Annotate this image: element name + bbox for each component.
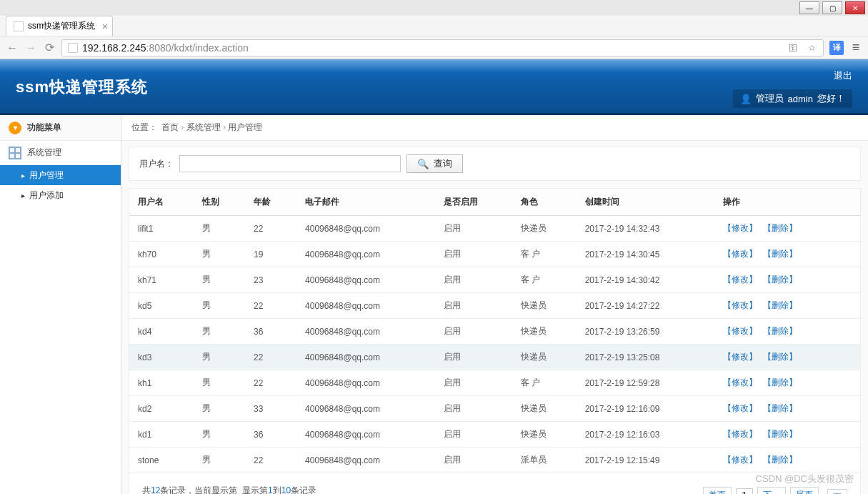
table-cell: 男	[194, 396, 245, 422]
sidebar-item-0[interactable]: ▸用户管理	[0, 165, 121, 185]
back-button[interactable]: ←	[6, 41, 19, 54]
edit-link[interactable]: 【修改】	[723, 377, 757, 387]
sidebar-item-1[interactable]: ▸用户添加	[0, 185, 121, 205]
table-header: 角色	[512, 189, 577, 216]
table-cell: 40096848@qq.com	[296, 448, 434, 473]
url-box[interactable]: 192.168.2.245:8080/kdxt/index.action ⚿ ☆	[61, 39, 824, 56]
delete-link[interactable]: 【删除】	[763, 403, 797, 413]
table-cell: 19	[245, 242, 296, 267]
search-icon: 🔍	[417, 159, 429, 169]
table-cell: 2017-2-19 12:16:03	[577, 422, 714, 448]
delete-link[interactable]: 【删除】	[763, 223, 797, 233]
browser-tab[interactable]: ssm快递管理系统 ×	[6, 16, 113, 36]
table-cell: 男	[194, 370, 245, 396]
delete-link[interactable]: 【删除】	[763, 455, 797, 465]
close-window-button[interactable]: ✕	[845, 1, 865, 14]
table-cell: 快递员	[512, 293, 577, 319]
table-cell: 启用	[435, 216, 512, 242]
translate-icon[interactable]: 译	[829, 41, 844, 55]
pager-first[interactable]: 首页	[703, 487, 732, 494]
table-cell: 启用	[435, 293, 512, 319]
table-cell: kh71	[129, 267, 194, 293]
delete-link[interactable]: 【删除】	[763, 275, 797, 285]
table-cell: 男	[194, 293, 245, 319]
table-cell: 派单员	[512, 448, 577, 473]
table-cell-ops: 【修改】【删除】	[714, 370, 860, 396]
edit-link[interactable]: 【修改】	[723, 326, 757, 336]
table-cell: kd3	[129, 345, 194, 370]
search-button[interactable]: 🔍 查询	[406, 154, 463, 173]
table-cell: 40096848@qq.com	[296, 396, 434, 422]
breadcrumb-link[interactable]: 首页	[161, 122, 179, 132]
table-cell: 40096848@qq.com	[296, 242, 434, 267]
star-icon[interactable]: ☆	[806, 42, 817, 54]
sidebar-section-label: 系统管理	[27, 147, 61, 159]
table-cell: stone	[129, 448, 194, 473]
logout-link[interactable]: 退出	[733, 69, 852, 82]
delete-link[interactable]: 【删除】	[763, 249, 797, 259]
table-cell-ops: 【修改】【删除】	[714, 448, 860, 473]
sidebar-section-system[interactable]: 系统管理	[0, 141, 121, 165]
edit-link[interactable]: 【修改】	[723, 429, 757, 439]
breadcrumb-link[interactable]: 用户管理	[228, 122, 262, 132]
maximize-button[interactable]: ▢	[822, 1, 842, 14]
table-cell: 22	[245, 370, 296, 396]
table-cell: lifit1	[129, 216, 194, 242]
minimize-button[interactable]: —	[799, 1, 819, 14]
menu-toggle-icon[interactable]: ▾	[9, 122, 21, 134]
table-cell: 快递员	[512, 319, 577, 345]
table-cell-ops: 【修改】【删除】	[714, 242, 860, 267]
edit-link[interactable]: 【修改】	[723, 455, 757, 465]
table-cell: 快递员	[512, 216, 577, 242]
table-cell: 2017-2-19 14:30:42	[577, 267, 714, 293]
edit-link[interactable]: 【修改】	[723, 223, 757, 233]
table-row: kh71男2340096848@qq.com启用客 户2017-2-19 14:…	[129, 267, 860, 293]
table-cell: 33	[245, 396, 296, 422]
table-cell: 男	[194, 319, 245, 345]
table-cell: 22	[245, 345, 296, 370]
table-cell: 启用	[435, 267, 512, 293]
table-cell: 启用	[435, 242, 512, 267]
table-header: 性别	[194, 189, 245, 216]
forward-button[interactable]: →	[24, 41, 37, 54]
table-header: 是否启用	[435, 189, 512, 216]
page-icon	[68, 43, 78, 53]
delete-link[interactable]: 【删除】	[763, 326, 797, 336]
table-cell: 36	[245, 319, 296, 345]
reload-button[interactable]: ⟳	[43, 41, 56, 54]
table-cell: 40096848@qq.com	[296, 370, 434, 396]
table-row: kd4男3640096848@qq.com启用快递员2017-2-19 13:2…	[129, 319, 860, 345]
edit-link[interactable]: 【修改】	[723, 249, 757, 259]
edit-link[interactable]: 【修改】	[723, 403, 757, 413]
edit-link[interactable]: 【修改】	[723, 275, 757, 285]
delete-link[interactable]: 【删除】	[763, 300, 797, 310]
table-row: kd5男2240096848@qq.com启用快递员2017-2-19 14:2…	[129, 293, 860, 319]
delete-link[interactable]: 【删除】	[763, 377, 797, 387]
table-cell: 快递员	[512, 345, 577, 370]
table-cell: 2017-2-19 12:16:09	[577, 396, 714, 422]
delete-link[interactable]: 【删除】	[763, 352, 797, 362]
pager-next[interactable]: 下一	[757, 487, 786, 494]
table-cell: 男	[194, 267, 245, 293]
pager-page-unit[interactable]: 页	[827, 489, 847, 494]
watermark: CSDN @DC头发很茂密	[756, 473, 854, 485]
edit-link[interactable]: 【修改】	[723, 352, 757, 362]
table-header: 年龄	[245, 189, 296, 216]
key-icon[interactable]: ⚿	[787, 42, 799, 54]
chevron-right-icon: ›	[181, 122, 184, 132]
table-cell: 2017-2-19 14:32:43	[577, 216, 714, 242]
delete-link[interactable]: 【删除】	[763, 429, 797, 439]
pager-current-input[interactable]	[736, 488, 753, 495]
pager-last[interactable]: 尾页	[790, 487, 819, 494]
edit-link[interactable]: 【修改】	[723, 300, 757, 310]
table-row: kh70男1940096848@qq.com启用客 户2017-2-19 14:…	[129, 242, 860, 267]
table-header: 用户名	[129, 189, 194, 216]
menu-icon[interactable]: ≡	[849, 41, 862, 54]
window-controls: — ▢ ✕	[0, 0, 868, 16]
username-search-input[interactable]	[179, 155, 401, 172]
close-tab-icon[interactable]: ×	[102, 21, 108, 32]
breadcrumb-link[interactable]: 系统管理	[186, 122, 221, 132]
breadcrumb-label: 位置：	[131, 122, 157, 134]
table-cell: 40096848@qq.com	[296, 422, 434, 448]
table-cell: 男	[194, 345, 245, 370]
